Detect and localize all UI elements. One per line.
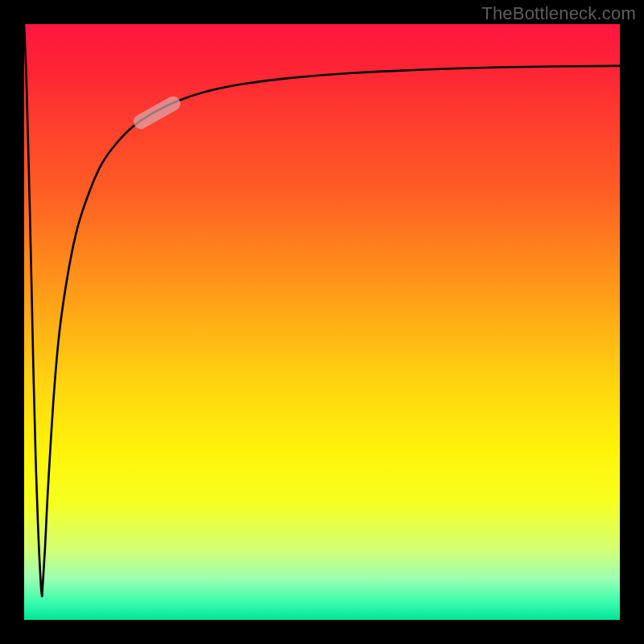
chart-stage: TheBottleneck.com [0,0,644,644]
attribution-text: TheBottleneck.com [481,3,636,24]
plot-background-gradient [24,24,620,620]
